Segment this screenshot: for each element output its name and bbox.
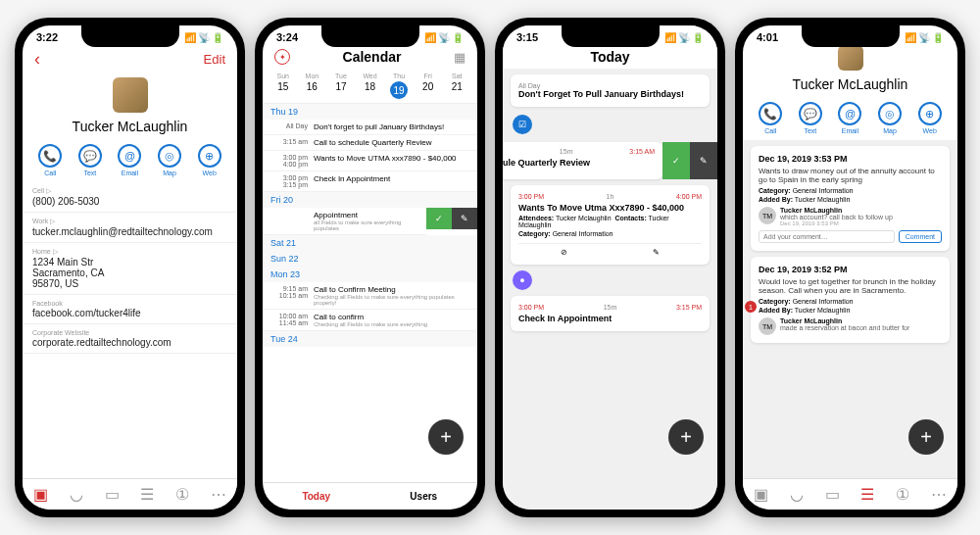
date-header: Thu 19	[263, 104, 477, 120]
calendar-day[interactable]: Wed18	[356, 73, 385, 99]
tab-alert-icon[interactable]: ①	[896, 485, 909, 504]
contact-field[interactable]: Corporate Websitecorporate.redtailtechno…	[23, 324, 237, 354]
action-map[interactable]: ◎Map	[878, 102, 902, 134]
tab-calendar-icon[interactable]: ▭	[825, 485, 840, 504]
action-text[interactable]: 💬Text	[78, 144, 102, 176]
back-button[interactable]: ‹	[34, 49, 40, 70]
phone-notes: 4:01 📶📡🔋 Tucker McLaughlin 📞Call💬Text@Em…	[735, 18, 965, 517]
signal-icon: 📶	[664, 32, 676, 43]
wifi-icon: 📡	[198, 32, 210, 43]
signal-icon: 📶	[184, 32, 196, 43]
web-icon: ⊕	[198, 144, 221, 168]
allday-title: Don't Forget To Pull January Birthdays!	[518, 89, 702, 99]
calendar-day[interactable]: Thu19	[384, 73, 414, 99]
evt-duration: 15m	[560, 148, 573, 155]
evt-end: 4:00 PM	[676, 193, 702, 200]
tab-alert-icon[interactable]: ①	[175, 485, 189, 504]
evt-title: Wants To Move Utma Xxx7890 - $40,000	[518, 203, 702, 213]
tab-contacts-icon[interactable]: ▣	[33, 485, 48, 504]
contact-field[interactable]: Work ▷tucker.mclaughlin@redtailtechnolog…	[23, 213, 237, 243]
header-action-icon[interactable]: ▦	[454, 50, 466, 65]
add-fab[interactable]: +	[668, 419, 704, 455]
calendar-day[interactable]: Fri20	[414, 73, 443, 99]
complete-icon[interactable]: ⊘	[561, 248, 567, 257]
status-bar: 3:22 📶📡🔋	[23, 25, 237, 45]
event-row[interactable]: All DayDon't forget to pull January Birt…	[263, 120, 477, 135]
action-web[interactable]: ⊕Web	[918, 102, 942, 134]
status-bar: 3:15 📶📡🔋	[503, 25, 717, 45]
tab-more-icon[interactable]: ⋯	[211, 485, 226, 504]
signal-icon: 📶	[905, 32, 916, 43]
edit-icon[interactable]: ✎	[653, 248, 660, 257]
tab-users[interactable]: Users	[370, 483, 478, 510]
todo-badge-icon[interactable]: ☑	[513, 115, 532, 134]
tab-calendar-icon[interactable]: ▭	[105, 485, 120, 504]
add-note-fab[interactable]: +	[908, 419, 944, 455]
web-icon: ⊕	[918, 102, 942, 125]
call-icon: 📞	[38, 144, 62, 168]
contact-field[interactable]: Cell ▷(800) 206-5030	[23, 182, 237, 213]
date-header: Sun 22	[263, 251, 477, 267]
edit-button[interactable]: Edit	[204, 52, 225, 67]
contact-field[interactable]: Home ▷1234 Main StrSacramento, CA95870, …	[23, 243, 237, 295]
tab-contacts-icon[interactable]: ▣	[754, 485, 768, 504]
notification-badge[interactable]: 1	[745, 301, 757, 313]
action-web[interactable]: ⊕Web	[198, 144, 221, 176]
tab-notes-icon[interactable]: ☰	[140, 485, 154, 504]
action-call[interactable]: 📞Call	[38, 144, 62, 176]
calendar-day[interactable]: Sat21	[442, 73, 471, 99]
edit-action[interactable]: ✎	[690, 142, 717, 179]
phone-contact: 3:22 📶📡🔋 ‹ Edit Tucker McLaughlin 📞Call💬…	[15, 18, 245, 517]
tab-people-icon[interactable]: ◡	[790, 485, 804, 504]
event-row[interactable]: 3:00 pm3:15 pmCheck In Appointment	[263, 171, 477, 192]
note-card[interactable]: Dec 19, 2019 3:52 PMWould love to get to…	[751, 257, 950, 343]
complete-action[interactable]: ✓	[426, 208, 452, 229]
contact-field[interactable]: Facebookfacebook.com/tucker4life	[23, 295, 237, 324]
category-badge-icon[interactable]: ●	[513, 270, 532, 290]
avatar[interactable]	[113, 77, 148, 113]
avatar[interactable]	[838, 45, 863, 71]
allday-label: All Day	[518, 82, 702, 89]
event-row[interactable]: 10:00 am11:45 amCall to confirmChecking …	[263, 310, 477, 331]
evt-duration: 1h	[607, 193, 614, 200]
complete-action[interactable]: ✓	[662, 142, 690, 179]
note-card[interactable]: Dec 19, 2019 3:53 PMWants to draw money …	[751, 146, 950, 251]
comment-avatar: TM	[759, 317, 776, 335]
app-logo-icon[interactable]: ✦	[274, 49, 290, 65]
battery-icon: 🔋	[932, 32, 944, 43]
text-icon: 💬	[799, 102, 822, 125]
page-title: Today	[590, 49, 629, 65]
comment-input[interactable]	[759, 230, 895, 243]
comment-button[interactable]: Comment	[899, 230, 942, 243]
evt-start: 3:00 PM	[518, 304, 544, 311]
calendar-day[interactable]: Mon16	[298, 73, 327, 99]
tab-people-icon[interactable]: ◡	[70, 485, 83, 504]
map-icon: ◎	[878, 102, 902, 125]
action-map[interactable]: ◎Map	[158, 144, 181, 176]
map-icon: ◎	[158, 144, 181, 168]
comment: TMTucker McLaughlinmade a reservation at…	[759, 317, 942, 335]
event-row[interactable]: Appointmentall Fields to make sure every…	[263, 208, 477, 235]
calendar-day[interactable]: Tue17	[326, 73, 356, 99]
event-row[interactable]: 3:00 pm4:00 pmWants to Move UTMA xxx7890…	[263, 151, 477, 171]
week-strip[interactable]: Sun15Mon16Tue17Wed18Thu19Fri20Sat21	[263, 69, 477, 104]
appointment-card[interactable]: 3:00 PM15m3:15 PM Check In Appointment	[511, 296, 710, 331]
phone-today: 3:15 📶📡🔋 Today All Day Don't Forget To P…	[495, 18, 725, 517]
allday-card[interactable]: All Day Don't Forget To Pull January Bir…	[511, 74, 710, 107]
add-event-fab[interactable]: +	[428, 419, 464, 455]
event-row[interactable]: 3:15 amCall to schedule Quarterly Review	[263, 135, 477, 151]
comment: TMTucker McLaughlinwhich account? call b…	[759, 207, 942, 226]
evt-end: 3:15 AM	[629, 148, 655, 155]
tab-more-icon[interactable]: ⋯	[931, 485, 947, 504]
action-email[interactable]: @Email	[838, 102, 861, 134]
appointment-card[interactable]: 3:00 PM1h4:00 PM Wants To Move Utma Xxx7…	[511, 185, 710, 265]
action-email[interactable]: @Email	[118, 144, 141, 176]
tab-today[interactable]: Today	[263, 483, 370, 510]
evt-title: ule Quarterly Review	[503, 158, 655, 168]
edit-action[interactable]: ✎	[452, 208, 477, 229]
tab-notes-icon[interactable]: ☰	[860, 485, 874, 504]
action-text[interactable]: 💬Text	[799, 102, 822, 134]
calendar-day[interactable]: Sun15	[269, 73, 298, 99]
action-call[interactable]: 📞Call	[759, 102, 782, 134]
event-row[interactable]: 9:15 am10:15 amCall to Confirm MeetingCh…	[263, 282, 477, 310]
